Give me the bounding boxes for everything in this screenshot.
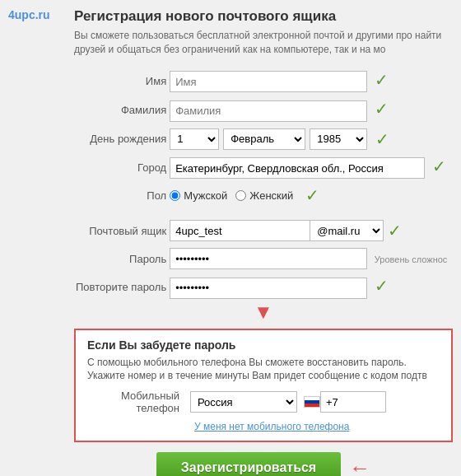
city-row: Город ✓ (74, 153, 453, 183)
password-input[interactable] (170, 248, 367, 269)
no-phone-link[interactable]: У меня нет мобильного телефона (194, 421, 440, 432)
city-check: ✓ (432, 157, 446, 175)
gender-male-label: Мужской (184, 189, 227, 202)
password-repeat-check: ✓ (375, 277, 389, 295)
recovery-description: С помощью мобильного телефона Вы сможете… (87, 356, 440, 384)
email-label: Почтовый ящик (74, 217, 168, 245)
registration-form: Имя ✓ Фамилия ✓ День рождения 1234567891… (74, 67, 453, 302)
gender-row: Пол Мужской Женский ✓ (74, 182, 453, 208)
email-check: ✓ (388, 221, 402, 240)
page-title: Регистрация нового почтового ящика (74, 8, 453, 25)
city-input[interactable] (170, 157, 425, 179)
email-domain-select[interactable]: @mail.ru@inbox.ru@list.ru@bk.ru (310, 220, 384, 241)
phone-prefix-input[interactable] (320, 391, 386, 413)
submit-arrow-icon: ← (349, 457, 370, 476)
gender-male-radio[interactable] (170, 190, 180, 201)
phone-label: Мобильный телефон (87, 390, 186, 414)
password-repeat-input[interactable] (170, 278, 367, 299)
page-subtitle: Вы сможете пользоваться бесплатной элект… (74, 29, 453, 57)
email-row: Почтовый ящик @mail.ru@inbox.ru@list.ru@… (74, 217, 453, 245)
gender-female-radio[interactable] (235, 190, 246, 201)
recovery-title: Если Вы забудете пароль (87, 338, 440, 352)
first-name-label: Имя (74, 67, 168, 96)
gender-female-label: Женский (249, 189, 293, 202)
password-row: Пароль Уровень сложнос (74, 245, 453, 273)
gender-check: ✓ (305, 185, 319, 205)
first-name-input[interactable] (170, 71, 367, 92)
gender-male-option[interactable]: Мужской (170, 189, 227, 202)
last-name-label: Фамилия (74, 96, 168, 125)
last-name-input[interactable] (170, 100, 367, 122)
password-repeat-label: Повторите пароль (74, 273, 168, 302)
dob-check: ✓ (375, 129, 389, 149)
city-label: Город (74, 153, 168, 183)
password-strength-label: Уровень сложнос (375, 254, 448, 264)
gender-label: Пол (74, 182, 168, 208)
password-repeat-row: Повторите пароль ✓ (74, 273, 453, 302)
dob-label: День рождения (74, 125, 168, 153)
dob-row: День рождения 12345678910111213141516171… (74, 125, 453, 153)
last-name-check: ✓ (375, 100, 389, 118)
first-name-check: ✓ (375, 71, 389, 89)
phone-country-select[interactable]: РоссияУкраинаБеларусьКазахстан (190, 391, 297, 413)
gender-female-option[interactable]: Женский (235, 189, 293, 202)
russia-flag-icon (304, 396, 320, 408)
register-button[interactable]: Зарегистрироваться (156, 452, 341, 476)
first-name-row: Имя ✓ (74, 67, 453, 96)
phone-row: Мобильный телефон РоссияУкраинаБеларусьК… (87, 390, 440, 414)
last-name-row: Фамилия ✓ (74, 96, 453, 125)
dob-day-select[interactable]: 1234567891011121314151617181920212223242… (170, 128, 219, 150)
phone-flag-group (301, 391, 386, 413)
password-label: Пароль (74, 245, 168, 273)
recovery-arrow: ▼ (74, 302, 453, 322)
password-recovery-box: Если Вы забудете пароль С помощью мобиль… (74, 329, 453, 443)
submit-row: Зарегистрироваться ← (74, 452, 453, 476)
logo: 4upc.ru (8, 8, 74, 21)
dob-year-select[interactable]: 2026202520242023202220212020201920182017… (310, 128, 367, 150)
email-input[interactable] (170, 220, 310, 241)
dob-month-select[interactable]: ЯнварьФевральМартАпрельМайИюньИюльАвгуст… (223, 128, 305, 150)
